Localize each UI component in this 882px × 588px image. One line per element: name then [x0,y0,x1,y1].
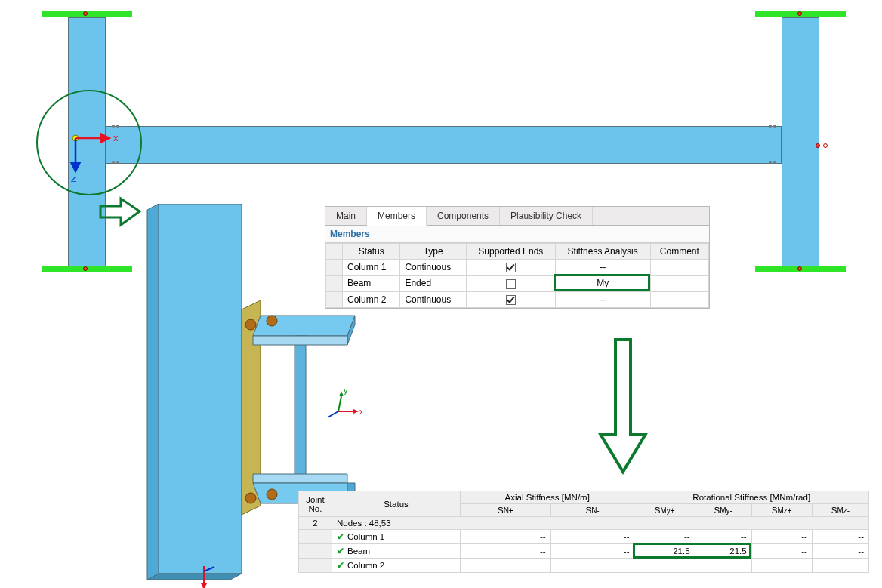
svg-point-15 [267,316,277,326]
table-row[interactable]: ✔Column 1 -- -- -- -- -- -- [299,530,869,544]
svg-marker-3 [159,204,242,574]
rot-group-header: Rotational Stiffness [MNm/rad] [634,491,869,504]
col-supported: Supported Ends [466,244,555,260]
joint-no-header: Joint No. [299,491,332,517]
col-comment: Comment [650,244,708,260]
svg-point-16 [245,493,256,503]
section-title: Members [325,226,709,243]
smzm-header: SMz- [812,504,868,517]
tab-plausibility[interactable]: Plausibility Check [500,207,593,225]
checkbox-icon[interactable] [506,295,516,305]
status-header: Status [332,491,461,517]
smym-header: SMy- [695,504,751,517]
table-row[interactable]: Beam Ended My [326,276,709,291]
tab-components[interactable]: Components [427,207,500,225]
svg-text:x: x [359,407,362,416]
svg-marker-10 [253,336,347,345]
table-row[interactable]: ✔Beam -- -- 21.5 21.5 -- -- [299,544,869,559]
svg-marker-5 [147,574,242,580]
col-stiffness: Stiffness Analysis [555,244,650,260]
table-row[interactable]: ✔Column 2 [299,559,869,573]
axial-group-header: Axial Stiffness [MN/m] [461,491,634,504]
snm-header: SN- [550,504,634,517]
col-status: Status [343,244,400,260]
svg-marker-9 [295,336,306,483]
svg-line-21 [338,396,341,411]
snp-header: SN+ [461,504,551,517]
smyp-header: SMy+ [634,504,695,517]
svg-line-24 [328,411,338,417]
svg-marker-11 [253,474,347,483]
stiffness-results-panel: Joint No. Status Axial Stiffness [MN/m] … [298,491,869,573]
tab-main[interactable]: Main [325,207,367,225]
checkbox-icon[interactable] [506,263,516,272]
svg-marker-4 [147,204,159,580]
col-type: Type [400,244,467,260]
table-row[interactable]: Column 2 Continuous -- [326,291,709,307]
svg-point-14 [245,319,256,330]
stiffness-table[interactable]: Joint No. Status Axial Stiffness [MN/m] … [298,491,869,573]
table-row: 2 Nodes : 48,53 [299,517,869,530]
arrow-down-icon [597,336,649,479]
svg-point-17 [267,489,277,500]
tabbar: Main Members Components Plausibility Che… [325,207,709,226]
check-icon: ✔ [337,532,344,541]
table-row[interactable]: Column 1 Continuous -- [326,260,709,276]
svg-text:y: y [344,386,348,395]
checkbox-icon[interactable] [506,279,516,289]
members-table[interactable]: Status Type Supported Ends Stiffness Ana… [325,243,709,308]
joint-highlight-circle [36,90,142,195]
members-panel: Main Members Components Plausibility Che… [325,206,710,309]
tab-members[interactable]: Members [367,207,427,226]
svg-marker-19 [353,409,359,414]
smzp-header: SMz+ [751,504,812,517]
check-icon: ✔ [337,561,344,570]
check-icon: ✔ [337,546,344,556]
svg-marker-26 [201,583,207,588]
